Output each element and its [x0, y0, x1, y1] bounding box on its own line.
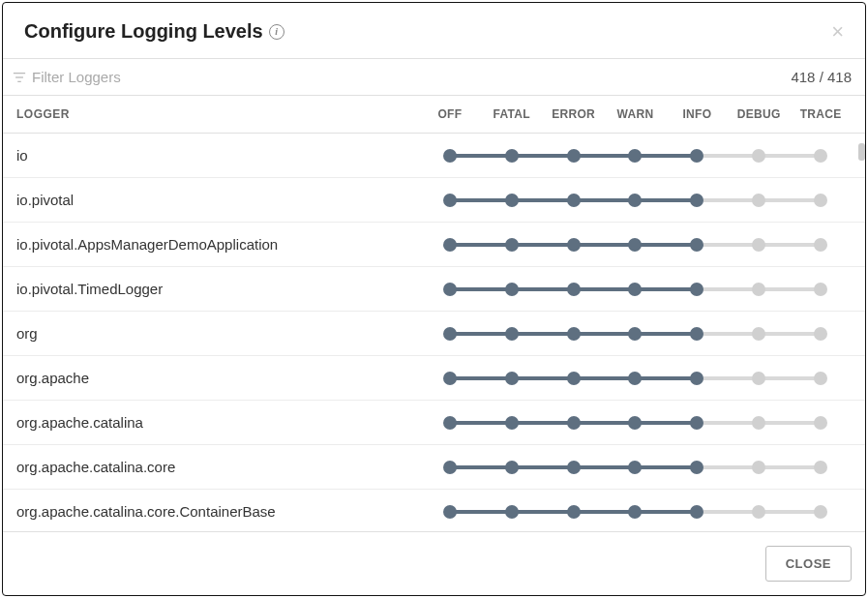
level-dot-trace[interactable]	[814, 238, 827, 252]
level-dot-trace[interactable]	[814, 149, 827, 163]
filter-input[interactable]	[32, 69, 791, 85]
level-dot-warn[interactable]	[628, 238, 642, 252]
level-dot-fatal[interactable]	[505, 505, 519, 519]
level-slider[interactable]	[419, 356, 852, 400]
logger-name: org.apache.catalina.core	[16, 459, 419, 475]
level-dot-trace[interactable]	[814, 327, 827, 341]
level-dot-trace[interactable]	[814, 416, 827, 430]
col-level-trace: TRACE	[790, 107, 852, 121]
level-dot-debug[interactable]	[752, 505, 765, 519]
level-dot-debug[interactable]	[752, 461, 765, 474]
level-slider[interactable]	[419, 490, 852, 531]
level-dot-warn[interactable]	[628, 194, 642, 207]
logger-row: org	[3, 312, 865, 356]
level-dot-error[interactable]	[567, 416, 581, 430]
level-dot-off[interactable]	[443, 372, 457, 385]
level-dot-info[interactable]	[690, 461, 703, 474]
level-dot-error[interactable]	[567, 238, 581, 252]
level-dot-off[interactable]	[443, 327, 457, 341]
level-dot-debug[interactable]	[752, 372, 765, 385]
level-dot-trace[interactable]	[814, 194, 827, 207]
level-dot-off[interactable]	[443, 194, 457, 207]
level-dot-off[interactable]	[443, 505, 457, 519]
close-icon[interactable]: ×	[831, 21, 844, 43]
level-dot-off[interactable]	[443, 461, 457, 474]
level-dot-error[interactable]	[567, 505, 581, 519]
scrollbar[interactable]	[858, 143, 865, 161]
level-dot-error[interactable]	[567, 149, 581, 163]
logger-row: org.apache	[3, 356, 865, 401]
level-dot-off[interactable]	[443, 238, 457, 252]
logger-name: org.apache	[16, 370, 419, 386]
col-level-info: INFO	[666, 107, 728, 121]
title-text: Configure Logging Levels	[24, 20, 263, 43]
level-dot-error[interactable]	[567, 372, 581, 385]
level-slider[interactable]	[419, 401, 852, 444]
close-button[interactable]: CLOSE	[765, 546, 852, 582]
level-dot-debug[interactable]	[752, 149, 765, 163]
level-dot-trace[interactable]	[814, 283, 827, 296]
level-dot-warn[interactable]	[628, 416, 642, 430]
level-dot-trace[interactable]	[814, 372, 827, 385]
logger-name: io.pivotal	[16, 192, 419, 208]
level-dot-warn[interactable]	[628, 461, 642, 474]
level-slider[interactable]	[419, 223, 852, 266]
level-dot-fatal[interactable]	[505, 372, 519, 385]
level-dot-error[interactable]	[567, 194, 581, 207]
level-dot-info[interactable]	[690, 416, 703, 430]
col-level-debug: DEBUG	[728, 107, 790, 121]
filter-icon	[13, 71, 26, 84]
level-dot-info[interactable]	[690, 283, 703, 296]
level-dot-fatal[interactable]	[505, 416, 519, 430]
col-level-off: OFF	[419, 107, 481, 121]
level-dot-info[interactable]	[690, 372, 703, 385]
level-dot-fatal[interactable]	[505, 149, 519, 163]
level-dot-fatal[interactable]	[505, 327, 519, 341]
level-slider[interactable]	[419, 267, 852, 311]
level-dot-warn[interactable]	[628, 372, 642, 385]
level-dot-error[interactable]	[567, 461, 581, 474]
level-dot-info[interactable]	[690, 327, 703, 341]
logger-row: io	[3, 134, 865, 178]
level-dot-warn[interactable]	[628, 327, 642, 341]
level-dot-fatal[interactable]	[505, 194, 519, 207]
level-dot-trace[interactable]	[814, 505, 827, 519]
table-header: LOGGER OFFFATALERRORWARNINFODEBUGTRACE	[3, 96, 865, 134]
level-dot-info[interactable]	[690, 238, 703, 252]
level-dot-off[interactable]	[443, 283, 457, 296]
level-dot-error[interactable]	[567, 283, 581, 296]
level-slider[interactable]	[419, 178, 852, 222]
logger-row: io.pivotal	[3, 178, 865, 223]
level-dot-debug[interactable]	[752, 327, 765, 341]
modal-header: Configure Logging Levels i ×	[3, 3, 865, 59]
col-level-fatal: FATAL	[481, 107, 543, 121]
level-slider[interactable]	[419, 134, 852, 177]
level-dot-warn[interactable]	[628, 283, 642, 296]
logger-name: io.pivotal.TimedLogger	[16, 281, 419, 297]
logger-row: org.apache.catalina.core	[3, 445, 865, 490]
level-dot-debug[interactable]	[752, 238, 765, 252]
level-slider[interactable]	[419, 312, 852, 355]
level-dot-info[interactable]	[690, 194, 703, 207]
level-dot-info[interactable]	[690, 505, 703, 519]
level-dot-error[interactable]	[567, 327, 581, 341]
level-dot-debug[interactable]	[752, 194, 765, 207]
level-dot-off[interactable]	[443, 416, 457, 430]
level-slider[interactable]	[419, 445, 852, 489]
level-dot-warn[interactable]	[628, 149, 642, 163]
level-dot-fatal[interactable]	[505, 238, 519, 252]
level-dot-trace[interactable]	[814, 461, 827, 474]
info-icon[interactable]: i	[269, 24, 284, 40]
level-dot-off[interactable]	[443, 149, 457, 163]
level-dot-debug[interactable]	[752, 283, 765, 296]
filter-row: 418 / 418	[3, 59, 865, 96]
logger-rows: ioio.pivotalio.pivotal.AppsManagerDemoAp…	[3, 134, 865, 531]
level-dot-debug[interactable]	[752, 416, 765, 430]
level-dot-warn[interactable]	[628, 505, 642, 519]
logger-row: io.pivotal.TimedLogger	[3, 267, 865, 312]
modal-title: Configure Logging Levels i	[24, 20, 284, 43]
logger-row: org.apache.catalina.core.ContainerBase	[3, 490, 865, 531]
level-dot-info[interactable]	[690, 149, 703, 163]
level-dot-fatal[interactable]	[505, 461, 519, 474]
level-dot-fatal[interactable]	[505, 283, 519, 296]
